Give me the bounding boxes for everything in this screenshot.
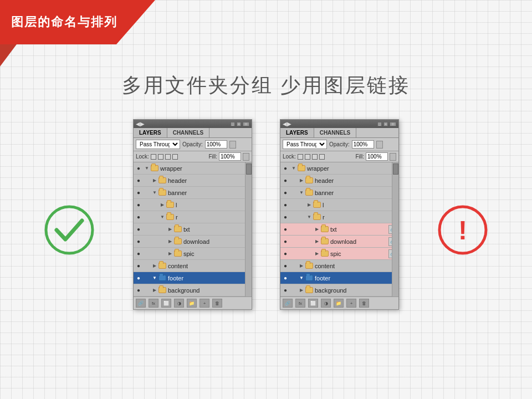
- left-layer-l[interactable]: ● ▶ l: [134, 199, 252, 211]
- right-fill-input[interactable]: [366, 152, 388, 161]
- right-link-icon[interactable]: 🔗: [283, 299, 293, 308]
- right-eye-banner[interactable]: ●: [280, 187, 290, 199]
- left-fill-input[interactable]: [219, 152, 241, 161]
- right-layer-background[interactable]: ● ▶ background: [280, 284, 398, 296]
- right-eye-header[interactable]: ●: [280, 175, 290, 187]
- left-link-icon[interactable]: 🔗: [136, 299, 146, 308]
- left-fx-icon[interactable]: fx: [149, 299, 158, 308]
- left-layer-content[interactable]: ● ▶ content: [134, 260, 252, 272]
- left-fill-arrow[interactable]: [243, 153, 249, 161]
- left-arrow-content[interactable]: ▶: [151, 260, 158, 272]
- right-layer-footer[interactable]: ● ▼ footer: [280, 272, 398, 284]
- left-menu-btn[interactable]: ≡: [243, 122, 249, 126]
- left-eye-txt[interactable]: ●: [134, 223, 144, 236]
- left-scrollbar[interactable]: [245, 162, 252, 296]
- left-eye-background[interactable]: ●: [134, 284, 144, 296]
- left-minimize-btn[interactable]: _: [231, 122, 235, 126]
- right-eye-content[interactable]: ●: [280, 260, 290, 272]
- right-layer-spic[interactable]: ● ▶ spic 🔗: [280, 248, 398, 260]
- left-lock-move[interactable]: [165, 154, 171, 160]
- right-layer-banner[interactable]: ● ▼ banner: [280, 187, 398, 199]
- left-opacity-arrow[interactable]: [229, 141, 236, 149]
- right-lock-pen[interactable]: [305, 154, 310, 160]
- right-eye-download[interactable]: ●: [280, 236, 290, 248]
- right-opacity-input[interactable]: [352, 140, 374, 149]
- left-arrow-r[interactable]: ▼: [159, 211, 166, 223]
- left-scroll-thumb[interactable]: [246, 163, 252, 175]
- right-arrow-header[interactable]: ▶: [298, 175, 305, 187]
- left-eye-spic[interactable]: ●: [134, 248, 144, 260]
- left-arrow-background[interactable]: ▶: [151, 284, 158, 296]
- left-opacity-input[interactable]: [205, 140, 227, 149]
- left-layer-download[interactable]: ● ▶ download: [134, 236, 252, 248]
- right-layer-txt[interactable]: ● ▶ txt 🔗: [280, 223, 398, 236]
- right-lock-check[interactable]: [298, 154, 303, 160]
- left-layer-txt[interactable]: ● ▶ txt: [134, 223, 252, 236]
- left-delete-icon[interactable]: 🗑: [212, 299, 222, 308]
- right-eye-r[interactable]: ●: [280, 211, 290, 223]
- right-arrow-download[interactable]: ▶: [314, 236, 320, 248]
- left-arrow-banner[interactable]: ▼: [151, 187, 158, 199]
- right-lock-all[interactable]: [319, 154, 325, 160]
- right-tab-layers[interactable]: LAYERS: [280, 128, 314, 137]
- right-scrollbar[interactable]: [392, 162, 398, 296]
- right-close-btn[interactable]: ×: [383, 122, 388, 126]
- right-layer-content[interactable]: ● ▶ content: [280, 260, 398, 272]
- right-blend-select[interactable]: Pass Through: [283, 140, 327, 149]
- left-layer-wrapper[interactable]: ● ▼ wrapper: [134, 162, 252, 175]
- left-blend-select[interactable]: Pass Through: [136, 140, 180, 149]
- right-add-icon[interactable]: +: [346, 299, 356, 308]
- left-tab-layers[interactable]: LAYERS: [134, 128, 167, 137]
- left-arrow-l[interactable]: ▶: [159, 199, 166, 211]
- right-layer-l[interactable]: ● ▶ l: [280, 199, 398, 211]
- right-menu-btn[interactable]: ≡: [390, 122, 396, 126]
- right-eye-footer[interactable]: ●: [280, 272, 290, 284]
- left-eye-download[interactable]: ●: [134, 236, 144, 248]
- left-eye-wrapper[interactable]: ●: [134, 162, 144, 175]
- right-arrow-txt[interactable]: ▶: [314, 223, 320, 236]
- right-opacity-arrow[interactable]: [376, 141, 383, 149]
- left-layer-spic[interactable]: ● ▶ spic: [134, 248, 252, 260]
- left-arrow-wrapper[interactable]: ▼: [144, 162, 150, 175]
- left-eye-header[interactable]: ●: [134, 175, 144, 187]
- left-eye-footer[interactable]: ●: [134, 272, 144, 284]
- left-layer-footer[interactable]: ● ▼ footer: [134, 272, 252, 284]
- right-adj-icon[interactable]: ◑: [321, 299, 331, 308]
- left-eye-l[interactable]: ●: [134, 199, 144, 211]
- left-eye-banner[interactable]: ●: [134, 187, 144, 199]
- right-minimize-btn[interactable]: _: [377, 122, 382, 126]
- right-eye-wrapper[interactable]: ●: [280, 162, 290, 175]
- left-lock-check[interactable]: [151, 154, 156, 160]
- left-lock-pen[interactable]: [158, 154, 163, 160]
- right-layer-download[interactable]: ● ▶ download 🔗: [280, 236, 398, 248]
- left-mask-icon[interactable]: ⬜: [161, 299, 171, 308]
- right-eye-background[interactable]: ●: [280, 284, 290, 296]
- right-arrow-background[interactable]: ▶: [298, 284, 305, 296]
- right-layer-r[interactable]: ● ▼ r: [280, 211, 398, 223]
- left-layer-header[interactable]: ● ▶ header: [134, 175, 252, 187]
- left-layer-r[interactable]: ● ▼ r: [134, 211, 252, 223]
- right-fx-icon[interactable]: fx: [295, 299, 305, 308]
- right-arrow-banner[interactable]: ▼: [298, 187, 305, 199]
- right-scroll-thumb[interactable]: [393, 163, 398, 175]
- right-arrow-spic[interactable]: ▶: [314, 248, 320, 260]
- left-arrow-footer[interactable]: ▼: [151, 272, 158, 284]
- left-arrow-download[interactable]: ▶: [167, 236, 173, 248]
- right-arrow-footer[interactable]: ▼: [298, 272, 305, 284]
- right-delete-icon[interactable]: 🗑: [359, 299, 369, 308]
- left-eye-content[interactable]: ●: [134, 260, 144, 272]
- left-layer-background[interactable]: ● ▶ background: [134, 284, 252, 296]
- right-mask-icon[interactable]: ⬜: [308, 299, 318, 308]
- right-layer-header[interactable]: ● ▶ header: [280, 175, 398, 187]
- left-layer-banner[interactable]: ● ▼ banner: [134, 187, 252, 199]
- right-fill-arrow[interactable]: [390, 153, 396, 161]
- right-eye-l[interactable]: ●: [280, 199, 290, 211]
- right-eye-spic[interactable]: ●: [280, 248, 290, 260]
- right-tab-channels[interactable]: CHANNELS: [314, 128, 357, 137]
- left-arrow-spic[interactable]: ▶: [167, 248, 173, 260]
- right-arrow-wrapper[interactable]: ▼: [290, 162, 297, 175]
- left-eye-r[interactable]: ●: [134, 211, 144, 223]
- left-close-btn[interactable]: ×: [237, 122, 241, 126]
- right-arrow-content[interactable]: ▶: [298, 260, 305, 272]
- right-arrow-r[interactable]: ▼: [306, 211, 313, 223]
